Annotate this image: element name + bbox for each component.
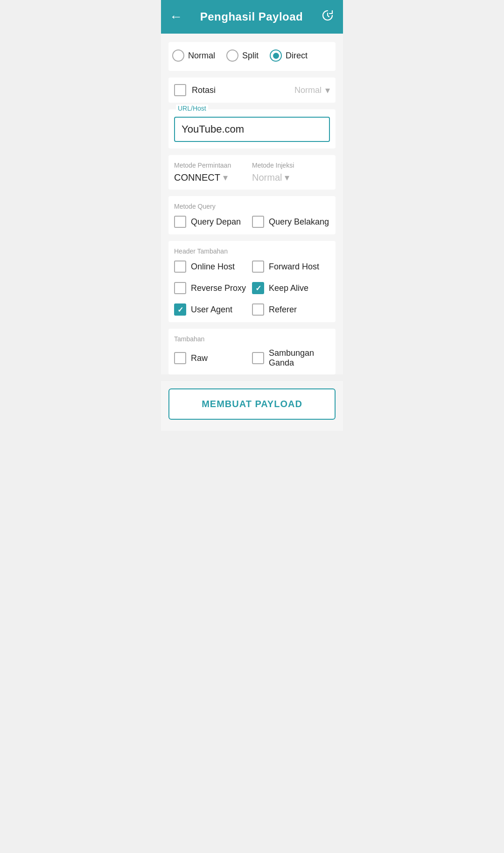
radio-circle-split [226,49,238,62]
radio-group: Normal Split Direct [168,42,336,71]
rotasi-dropdown-arrow-icon: ▾ [325,85,330,96]
metode-injeksi-col: Metode Injeksi Normal ▾ [252,162,330,183]
metode-query-row: Query Depan Query Belakang [174,216,330,228]
tambahan-section: Tambahan Raw Sambungan Ganda [168,329,336,374]
keep-alive-item[interactable]: Keep Alive [252,282,330,294]
metode-permintaan-value-row[interactable]: CONNECT ▾ [174,172,252,183]
online-host-label: Online Host [191,262,235,272]
referer-item[interactable]: Referer [252,303,330,316]
sambungan-ganda-label: Sambungan Ganda [269,348,330,368]
radio-direct[interactable]: Direct [270,49,308,62]
metode-section: Metode Permintaan CONNECT ▾ Metode Injek… [168,155,336,190]
header-tambahan-grid: Online Host Forward Host Reverse Proxy K… [174,261,330,316]
keep-alive-label: Keep Alive [269,283,308,293]
radio-dot-direct [273,53,279,59]
url-label: URL/Host [176,105,208,112]
metode-injeksi-value-row[interactable]: Normal ▾ [252,172,330,183]
header-tambahan-row-2: Reverse Proxy Keep Alive [174,282,330,294]
metode-row: Metode Permintaan CONNECT ▾ Metode Injek… [174,162,330,183]
raw-label: Raw [191,353,208,363]
metode-permintaan-col: Metode Permintaan CONNECT ▾ [174,162,252,183]
metode-injeksi-value: Normal [252,172,282,183]
query-belakang-item[interactable]: Query Belakang [252,216,330,228]
url-field-wrapper: URL/Host [168,109,336,148]
tambahan-label: Tambahan [174,335,330,343]
metode-permintaan-value: CONNECT [174,172,220,183]
query-belakang-checkbox[interactable] [252,216,264,228]
reverse-proxy-label: Reverse Proxy [191,283,246,293]
metode-query-label: Metode Query [174,203,330,210]
query-depan-label: Query Depan [191,217,241,227]
forward-host-checkbox[interactable] [252,261,264,273]
radio-circle-normal [172,49,184,62]
page-title: Penghasil Payload [200,10,303,23]
metode-query-section: Metode Query Query Depan Query Belakang [168,196,336,234]
keep-alive-checkbox[interactable] [252,282,264,294]
header-tambahan-row-1: Online Host Forward Host [174,261,330,273]
metode-injeksi-label: Metode Injeksi [252,162,330,169]
rotasi-dropdown[interactable]: Normal ▾ [294,85,330,96]
online-host-checkbox[interactable] [174,261,186,273]
sambungan-ganda-checkbox[interactable] [252,352,264,364]
back-button[interactable]: ← [169,9,182,24]
query-depan-checkbox[interactable] [174,216,186,228]
rotasi-label: Rotasi [192,85,289,95]
radio-circle-direct [270,49,282,62]
raw-checkbox[interactable] [174,352,186,364]
rotasi-row: Rotasi Normal ▾ [168,78,336,103]
header-tambahan-row-3: User Agent Referer [174,303,330,316]
reverse-proxy-checkbox[interactable] [174,282,186,294]
metode-injeksi-arrow-icon: ▾ [285,172,289,183]
forward-host-label: Forward Host [269,262,319,272]
app-header: ← Penghasil Payload [161,0,343,34]
sambungan-ganda-item[interactable]: Sambungan Ganda [252,348,330,368]
user-agent-item[interactable]: User Agent [174,303,252,316]
query-depan-item[interactable]: Query Depan [174,216,252,228]
radio-label-split: Split [242,51,259,61]
history-icon[interactable] [321,8,335,26]
tambahan-row: Raw Sambungan Ganda [174,348,330,368]
reverse-proxy-item[interactable]: Reverse Proxy [174,282,252,294]
radio-label-direct: Direct [286,51,308,61]
online-host-item[interactable]: Online Host [174,261,252,273]
radio-label-normal: Normal [188,51,215,61]
url-input[interactable] [182,123,322,135]
radio-split[interactable]: Split [226,49,259,62]
raw-item[interactable]: Raw [174,352,252,364]
bottom-btn-wrapper: MEMBUAT PAYLOAD [161,381,343,431]
radio-normal[interactable]: Normal [172,49,215,62]
metode-permintaan-label: Metode Permintaan [174,162,252,169]
header-tambahan-section: Header Tambahan Online Host Forward Host… [168,241,336,322]
membuat-payload-button[interactable]: MEMBUAT PAYLOAD [168,388,336,420]
rotasi-checkbox[interactable] [174,84,186,96]
user-agent-checkbox[interactable] [174,303,186,316]
header-tambahan-label: Header Tambahan [174,247,330,255]
referer-checkbox[interactable] [252,303,264,316]
user-agent-label: User Agent [191,305,232,315]
referer-label: Referer [269,305,297,315]
url-input-border [174,117,330,142]
query-belakang-label: Query Belakang [269,217,329,227]
forward-host-item[interactable]: Forward Host [252,261,330,273]
metode-permintaan-arrow-icon: ▾ [223,172,228,183]
rotasi-dropdown-value: Normal [294,85,322,95]
